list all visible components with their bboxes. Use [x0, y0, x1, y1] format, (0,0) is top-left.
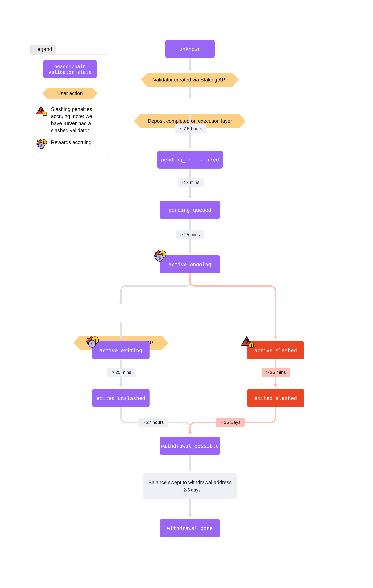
legend-box: beaconchain validator state User action … [31, 54, 109, 157]
info-sweep: Balance swept to withdrawal address ~ 2-… [143, 473, 237, 499]
connector [120, 322, 122, 339]
legend-user-action-example: User action [47, 88, 93, 99]
state-active-slashed: active_slashed [247, 341, 304, 359]
rewards-icon [86, 336, 99, 348]
state-withdrawal-possible: withdrawal_possible [160, 437, 220, 455]
connector [189, 239, 191, 253]
slashing-icon [241, 336, 254, 348]
time-7-5-hours: ~ 7.5 hours [175, 124, 206, 133]
connector [189, 187, 191, 199]
connector [189, 58, 191, 71]
time-gt-25-mins-3: > 25 mins [262, 368, 290, 377]
state-withdrawal-done: withdrawal_done [160, 519, 220, 537]
connector [189, 168, 191, 178]
state-unknown: unknown [165, 40, 215, 58]
time-lt-7-mins: < 7 mins [178, 178, 204, 187]
connector-red [275, 359, 276, 368]
connector [189, 114, 191, 124]
state-exited-unslashed: exited_unslashed [92, 389, 149, 407]
legend-tab: Legend [30, 45, 56, 54]
connector [189, 455, 191, 471]
slashing-icon [36, 106, 47, 116]
rewards-icon [153, 250, 167, 262]
connector [189, 219, 191, 230]
legend-state-example: beaconchain validator state [43, 60, 97, 78]
connector [189, 499, 191, 517]
connector-red [275, 377, 276, 387]
info-sweep-title: Balance swept to withdrawal address [149, 480, 232, 485]
svg-marker-9 [119, 302, 123, 305]
time-gt-25-mins-1: > 25 mins [176, 230, 204, 239]
connector [189, 87, 191, 98]
time-36-days: ~ 36 Days [216, 418, 245, 427]
info-sweep-sub: ~ 2-5 days [180, 487, 201, 493]
time-gt-25-mins-2: > 25 mins [107, 368, 136, 377]
connector [189, 133, 191, 148]
state-exited-slashed: exited_slashed [247, 389, 304, 407]
state-pending-initialized: pending_initialized [157, 151, 223, 168]
connector [120, 377, 122, 387]
legend-rewards-text: Rewards accruing [51, 139, 92, 146]
action-create: Validator created via Staking API [148, 73, 232, 87]
connector-red [275, 306, 276, 339]
state-active-ongoing: active_ongoing [160, 255, 220, 273]
legend-slashing-text: Slashing penalties accruing, note: we ha… [51, 106, 104, 134]
state-pending-queued: pending_queued [160, 201, 220, 219]
split-connector [115, 273, 281, 306]
state-active-exiting: active_exiting [92, 341, 149, 359]
svg-marker-10 [188, 432, 192, 435]
time-27-hours: ~ 27 hours [138, 418, 168, 427]
connector [120, 359, 122, 368]
rewards-icon [36, 139, 47, 150]
